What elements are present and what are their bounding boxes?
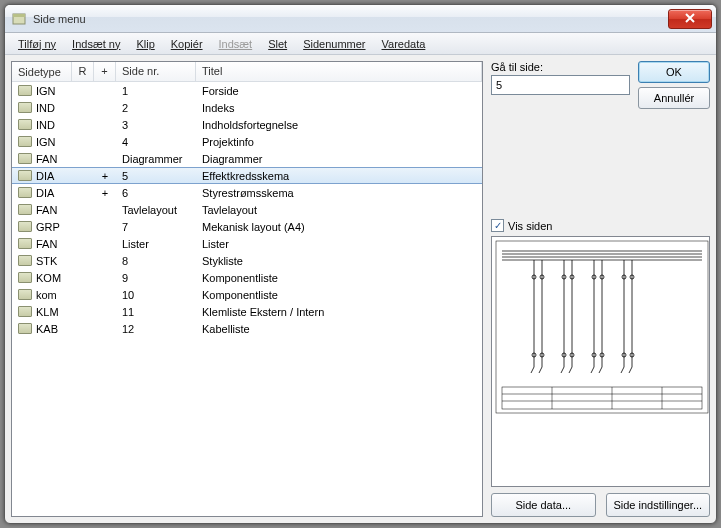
page-icon	[18, 306, 32, 317]
page-icon	[18, 102, 32, 113]
table-row[interactable]: FANDiagrammerDiagrammer	[12, 150, 482, 167]
goto-label: Gå til side:	[491, 61, 630, 73]
page-icon	[18, 204, 32, 215]
cell-titel: Tavlelayout	[196, 204, 482, 216]
table-row[interactable]: IND3Indholdsfortegnelse	[12, 116, 482, 133]
cell-sidenr: 4	[116, 136, 196, 148]
cell-sidetype: GRP	[36, 221, 60, 233]
cell-sidetype: FAN	[36, 153, 57, 165]
table-row[interactable]: IND2Indeks	[12, 99, 482, 116]
cell-sidetype: FAN	[36, 204, 57, 216]
side-indstillinger-button[interactable]: Side indstillinger...	[606, 493, 711, 517]
page-list[interactable]: Sidetype R + Side nr. Titel IGN1ForsideI…	[11, 61, 483, 517]
cancel-button[interactable]: Annullér	[638, 87, 710, 109]
page-preview	[491, 236, 710, 487]
goto-input[interactable]	[491, 75, 630, 95]
cell-sidetype: IND	[36, 102, 55, 114]
table-row[interactable]: FANTavlelayoutTavlelayout	[12, 201, 482, 218]
page-icon	[18, 119, 32, 130]
table-row[interactable]: GRP7Mekanisk layout (A4)	[12, 218, 482, 235]
ok-button[interactable]: OK	[638, 61, 710, 83]
cell-titel: Projektinfo	[196, 136, 482, 148]
checkbox-label: Vis siden	[508, 220, 552, 232]
cell-titel: Klemliste Ekstern / Intern	[196, 306, 482, 318]
table-row[interactable]: DIA+6Styrestrømsskema	[12, 184, 482, 201]
close-button[interactable]	[668, 9, 712, 29]
table-row[interactable]: KLM11Klemliste Ekstern / Intern	[12, 303, 482, 320]
side-data-button[interactable]: Side data...	[491, 493, 596, 517]
cell-sidenr: Tavlelayout	[116, 204, 196, 216]
page-icon	[18, 136, 32, 147]
cell-plus: +	[94, 170, 116, 182]
show-page-checkbox[interactable]: ✓ Vis siden	[491, 219, 710, 232]
goto-group: Gå til side:	[491, 61, 630, 109]
cell-sidenr: 7	[116, 221, 196, 233]
menu-tilfoj-ny[interactable]: Tilføj ny	[11, 36, 63, 52]
cell-sidetype: IGN	[36, 85, 56, 97]
cell-titel: Lister	[196, 238, 482, 250]
cell-titel: Komponentliste	[196, 272, 482, 284]
cell-sidenr: 8	[116, 255, 196, 267]
cell-titel: Styrestrømsskema	[196, 187, 482, 199]
cell-plus: +	[94, 187, 116, 199]
table-row[interactable]: IGN4Projektinfo	[12, 133, 482, 150]
table-row[interactable]: DIA+5Effektkredsskema	[12, 167, 482, 184]
cell-sidenr: 6	[116, 187, 196, 199]
cell-sidetype: STK	[36, 255, 57, 267]
page-icon	[18, 289, 32, 300]
table-row[interactable]: FANListerLister	[12, 235, 482, 252]
menu-klip[interactable]: Klip	[129, 36, 161, 52]
cell-sidenr: Lister	[116, 238, 196, 250]
cell-titel: Effektkredsskema	[196, 170, 482, 182]
cell-titel: Diagrammer	[196, 153, 482, 165]
table-row[interactable]: STK8Stykliste	[12, 252, 482, 269]
menubar: Tilføj ny Indsæt ny Klip Kopiér Indsæt S…	[5, 33, 716, 55]
cell-titel: Komponentliste	[196, 289, 482, 301]
dialog-window: Side menu Tilføj ny Indsæt ny Klip Kopié…	[4, 4, 717, 524]
page-icon	[18, 170, 32, 181]
page-icon	[18, 153, 32, 164]
right-column: Gå til side: OK Annullér ✓ Vis siden	[491, 61, 710, 517]
cell-titel: Forside	[196, 85, 482, 97]
cell-sidetype: IGN	[36, 136, 56, 148]
col-plus[interactable]: +	[94, 62, 116, 81]
menu-slet[interactable]: Slet	[261, 36, 294, 52]
app-icon	[11, 11, 27, 27]
cell-titel: Stykliste	[196, 255, 482, 267]
cell-sidenr: 11	[116, 306, 196, 318]
cell-sidetype: IND	[36, 119, 55, 131]
checkbox-icon: ✓	[491, 219, 504, 232]
cell-titel: Kabelliste	[196, 323, 482, 335]
page-icon	[18, 272, 32, 283]
menu-sidenummer[interactable]: Sidenummer	[296, 36, 372, 52]
cell-sidetype: KOM	[36, 272, 61, 284]
col-sidenr[interactable]: Side nr.	[116, 62, 196, 81]
titlebar[interactable]: Side menu	[5, 5, 716, 33]
col-titel[interactable]: Titel	[196, 62, 482, 81]
menu-varedata[interactable]: Varedata	[375, 36, 433, 52]
page-icon	[18, 323, 32, 334]
page-icon	[18, 221, 32, 232]
page-icon	[18, 238, 32, 249]
table-row[interactable]: KAB12Kabelliste	[12, 320, 482, 337]
cell-sidenr: 9	[116, 272, 196, 284]
client-area: Sidetype R + Side nr. Titel IGN1ForsideI…	[5, 55, 716, 523]
svg-rect-1	[13, 14, 25, 17]
list-header: Sidetype R + Side nr. Titel	[12, 62, 482, 82]
cell-sidetype: kom	[36, 289, 57, 301]
table-row[interactable]: IGN1Forside	[12, 82, 482, 99]
col-r[interactable]: R	[72, 62, 94, 81]
menu-indsaet-ny[interactable]: Indsæt ny	[65, 36, 127, 52]
table-row[interactable]: kom10Komponentliste	[12, 286, 482, 303]
cell-sidetype: KLM	[36, 306, 59, 318]
cell-sidenr: 2	[116, 102, 196, 114]
col-sidetype[interactable]: Sidetype	[12, 62, 72, 81]
page-icon	[18, 187, 32, 198]
menu-kopier[interactable]: Kopiér	[164, 36, 210, 52]
list-body: IGN1ForsideIND2IndeksIND3Indholdsfortegn…	[12, 82, 482, 516]
cell-sidenr: 5	[116, 170, 196, 182]
cell-sidetype: DIA	[36, 170, 54, 182]
table-row[interactable]: KOM9Komponentliste	[12, 269, 482, 286]
cell-sidenr: 1	[116, 85, 196, 97]
cell-sidetype: FAN	[36, 238, 57, 250]
